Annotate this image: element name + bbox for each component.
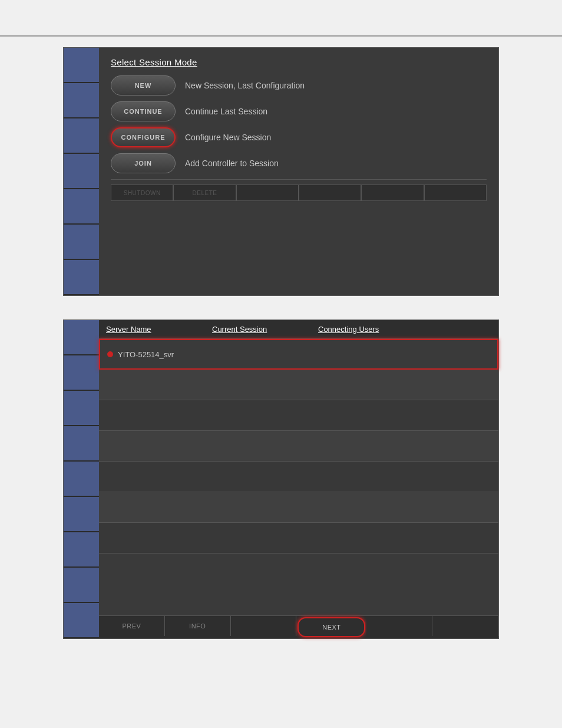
top-divider (0, 35, 562, 37)
footer-btn-5 (361, 185, 424, 201)
sidebar-row (64, 497, 99, 532)
panel1-sidebar (64, 48, 99, 295)
header-current-session: Current Session (212, 325, 318, 334)
continue-button[interactable]: CONTINUE (111, 101, 176, 121)
sidebar-row (64, 391, 99, 426)
new-session-row: NEW New Session, Last Configuration (111, 75, 487, 95)
new-label: New Session, Last Configuration (185, 81, 305, 90)
sidebar-row (64, 320, 99, 355)
panel1-title: Select Session Mode (111, 57, 487, 67)
delete-button[interactable]: DELETE (173, 185, 236, 201)
configure-label: Configure New Session (185, 133, 271, 142)
sidebar-row (64, 532, 99, 568)
server-table-body: YITO-52514_svr (99, 339, 498, 615)
server-row-4[interactable] (99, 431, 498, 462)
info-button[interactable]: INFO (165, 616, 231, 636)
sidebar-row (64, 568, 99, 603)
panel2-content: Server Name Current Session Connecting U… (99, 320, 498, 638)
footer-btn-3 (236, 185, 299, 201)
footer-btn-5 (366, 616, 432, 636)
panel2-sidebar (64, 320, 99, 638)
panel1-footer: SHUTDOWN DELETE (111, 179, 487, 201)
footer-btn-6 (432, 616, 498, 636)
sidebar-row (64, 83, 99, 118)
sidebar-row (64, 225, 99, 260)
configure-button[interactable]: CONFIGURE (111, 127, 176, 147)
footer-btn-3 (231, 616, 297, 636)
header-server-name: Server Name (106, 325, 212, 334)
sidebar-row (64, 154, 99, 189)
server-name: YITO-52514_svr (118, 350, 174, 359)
panel2-footer: PREV INFO NEXT (99, 615, 498, 638)
footer-btn-4 (299, 185, 361, 201)
join-label: Add Controller to Session (185, 159, 279, 168)
server-list-panel: Server Name Current Session Connecting U… (63, 319, 499, 639)
server-row-6[interactable] (99, 492, 498, 523)
server-row-5[interactable] (99, 462, 498, 492)
sidebar-row (64, 426, 99, 462)
sidebar-row (64, 260, 99, 295)
session-mode-panel: Select Session Mode NEW New Session, Las… (63, 47, 499, 296)
server-name-cell: YITO-52514_svr (107, 350, 213, 359)
join-button[interactable]: JOIN (111, 153, 176, 173)
server-row-2[interactable] (99, 370, 498, 400)
server-row-selected[interactable]: YITO-52514_svr (99, 339, 498, 370)
prev-button[interactable]: PREV (99, 616, 165, 636)
status-dot (107, 351, 113, 357)
panel1-content: Select Session Mode NEW New Session, Las… (99, 48, 498, 295)
sidebar-row (64, 355, 99, 391)
sidebar-row (64, 462, 99, 497)
continue-session-row: CONTINUE Continue Last Session (111, 101, 487, 121)
header-connecting-users: Connecting Users (318, 325, 424, 334)
shutdown-button[interactable]: SHUTDOWN (111, 185, 173, 201)
sidebar-row (64, 603, 99, 638)
server-row-7[interactable] (99, 523, 498, 554)
continue-label: Continue Last Session (185, 107, 267, 116)
page-container: Select Session Mode NEW New Session, Las… (0, 0, 562, 663)
sidebar-row (64, 118, 99, 154)
new-button[interactable]: NEW (111, 75, 176, 95)
configure-session-row: CONFIGURE Configure New Session (111, 127, 487, 147)
sidebar-row (64, 189, 99, 225)
footer-btn-6 (424, 185, 487, 201)
join-session-row: JOIN Add Controller to Session (111, 153, 487, 173)
sidebar-row (64, 48, 99, 83)
server-table-header: Server Name Current Session Connecting U… (99, 320, 498, 339)
next-button[interactable]: NEXT (297, 617, 365, 637)
server-row-3[interactable] (99, 400, 498, 431)
